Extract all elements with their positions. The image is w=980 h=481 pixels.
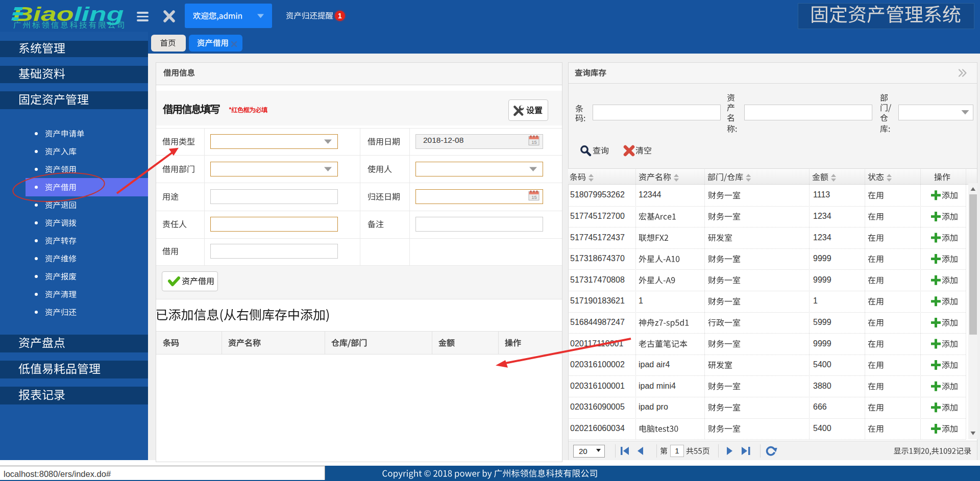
svg-text:15: 15 [531,139,537,145]
svg-text:15: 15 [531,194,537,200]
